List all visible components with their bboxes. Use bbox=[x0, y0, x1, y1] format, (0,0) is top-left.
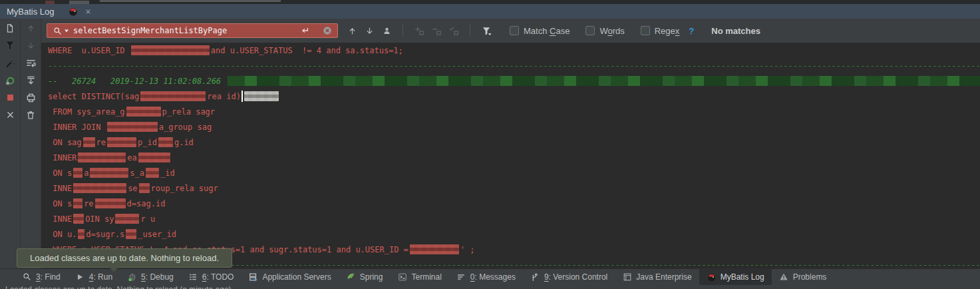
toolbar-separator bbox=[470, 25, 470, 37]
option-regex[interactable]: Regex bbox=[641, 26, 680, 36]
tool-window-bar: 3: Find4: Run5: Debug6: TODOApplication … bbox=[0, 268, 980, 284]
format-icon[interactable] bbox=[5, 57, 15, 68]
redacted-block bbox=[78, 229, 84, 239]
left-toolbar-primary bbox=[0, 19, 21, 268]
redacted-block bbox=[73, 168, 82, 178]
statusbar-item-label: Spring bbox=[360, 272, 383, 282]
close-tab-icon[interactable] bbox=[84, 8, 90, 14]
search-options: Match CaseWordsRegex bbox=[510, 26, 679, 36]
stop-icon[interactable] bbox=[5, 92, 15, 103]
previous-occurrence-icon[interactable] bbox=[346, 25, 358, 37]
log-line: INNEseroup_rela sugr bbox=[41, 180, 980, 196]
redacted-block bbox=[131, 45, 210, 55]
print-icon[interactable] bbox=[25, 92, 36, 103]
play-icon bbox=[75, 272, 85, 282]
help-icon[interactable]: ? bbox=[689, 26, 694, 36]
statusbar-item-label: Problems bbox=[793, 272, 827, 282]
filter-search-results-icon[interactable] bbox=[480, 25, 492, 37]
statusbar-item-0-messages[interactable]: 0: Messages bbox=[449, 269, 523, 285]
log-line: INNERea bbox=[41, 150, 980, 165]
add-occurrence-icon bbox=[413, 25, 425, 37]
statusbar-item-5-debug[interactable]: 5: Debug bbox=[120, 269, 181, 285]
down-stack-trace-icon bbox=[25, 40, 36, 51]
scroll-to-end-icon[interactable] bbox=[25, 75, 36, 85]
statusbar-item-9-version-control[interactable]: 9: Version Control bbox=[523, 269, 615, 285]
redacted-block bbox=[146, 168, 159, 178]
log-line: ON sas_a_id bbox=[41, 165, 980, 180]
redacted-band bbox=[228, 76, 980, 86]
statusbar-item-application-servers[interactable]: Application Servers bbox=[241, 269, 338, 285]
mybatis-icon[interactable] bbox=[68, 6, 79, 17]
log-line: ON u.d=sugr.s_user_id bbox=[41, 226, 980, 242]
log-text: roup_rela sugr bbox=[151, 184, 218, 193]
statusbar-item-label: 0: Messages bbox=[470, 272, 516, 282]
redacted-block bbox=[95, 198, 126, 208]
horizontal-scrollbar[interactable] bbox=[100, 0, 281, 2]
chevron-down-icon[interactable] bbox=[64, 25, 69, 37]
log-text: INNER JOIN bbox=[48, 123, 106, 132]
statusbar-item-mybatis-log[interactable]: MyBatis Log bbox=[699, 269, 772, 285]
statusbar-item-label: MyBatis Log bbox=[721, 272, 764, 282]
log-text: ea bbox=[127, 153, 136, 162]
redacted-block bbox=[410, 244, 459, 254]
tool-window-header: MyBatis Log bbox=[0, 4, 980, 19]
select-all-occurrences-icon bbox=[448, 25, 460, 37]
redacted-block bbox=[138, 152, 170, 162]
redacted-block bbox=[73, 198, 82, 208]
log-text: OIN sy bbox=[85, 214, 114, 224]
statusbar-item-label: 9: Version Control bbox=[544, 272, 607, 282]
log-output[interactable]: WHERE u.USER_ID and u.USER_STATUS != 4 a… bbox=[41, 43, 980, 268]
document-icon[interactable] bbox=[5, 23, 15, 33]
log-line: ON sred=sag.id bbox=[41, 196, 980, 211]
checkbox-match-case[interactable] bbox=[510, 26, 519, 35]
option-words[interactable]: Words bbox=[585, 26, 624, 36]
statusbar-item-label: Application Servers bbox=[262, 272, 331, 282]
close-icon[interactable] bbox=[5, 109, 15, 120]
option-label: Regex bbox=[655, 26, 680, 36]
redacted-block bbox=[126, 229, 136, 239]
soft-wrap-icon[interactable] bbox=[25, 57, 36, 68]
statusbar-item-spring[interactable]: Spring bbox=[339, 269, 391, 285]
messages-icon bbox=[456, 272, 466, 282]
mybatis-icon bbox=[707, 272, 717, 282]
statusbar-item-java-enterprise[interactable]: Java Enterprise bbox=[615, 269, 699, 285]
rerun-icon[interactable] bbox=[5, 75, 15, 85]
up-stack-trace-icon bbox=[25, 23, 36, 33]
option-label: Words bbox=[599, 26, 624, 36]
remove-occurrence-icon bbox=[430, 25, 442, 37]
clear-all-icon[interactable] bbox=[25, 109, 36, 120]
redacted-block bbox=[126, 107, 161, 117]
search-input[interactable]: selectBestSignMerchantListByPage bbox=[47, 23, 338, 38]
option-label: Match Case bbox=[524, 26, 570, 36]
option-match-case[interactable]: Match Case bbox=[510, 26, 570, 36]
filter-icon[interactable] bbox=[5, 40, 15, 51]
statusbar-item-terminal[interactable]: Terminal bbox=[390, 269, 448, 285]
search-icon bbox=[51, 25, 63, 37]
checkbox-words[interactable] bbox=[585, 26, 595, 35]
log-text: select DISTINCT(sag bbox=[48, 92, 139, 101]
log-line: INNEOIN syr u bbox=[41, 211, 980, 226]
redacted-block bbox=[107, 137, 136, 147]
log-text: p_rela sagr bbox=[162, 107, 215, 117]
checkbox-regex[interactable] bbox=[641, 26, 650, 35]
statusbar-item-3-find[interactable]: 3: Find bbox=[15, 269, 68, 285]
log-text: INNE bbox=[48, 214, 72, 224]
redacted-block bbox=[83, 137, 95, 147]
log-line: ----------------------------------------… bbox=[41, 58, 980, 73]
search-controls bbox=[346, 25, 492, 37]
log-text: _user_id bbox=[138, 230, 176, 239]
search-history-icon[interactable] bbox=[381, 25, 393, 37]
log-text: s_a bbox=[130, 168, 144, 178]
next-occurrence-icon[interactable] bbox=[363, 25, 375, 37]
status-message-text: Loaded classes are up to date. Nothing t… bbox=[5, 285, 232, 289]
reload-tooltip: Loaded classes are up to date. Nothing t… bbox=[17, 248, 232, 268]
redacted-block bbox=[73, 214, 84, 224]
mybatis-log-tool-window: MyBatis Log selectBestSignMerchantListBy… bbox=[0, 0, 980, 289]
redacted-block bbox=[139, 183, 150, 193]
status-message-clipped: Loaded classes are up to date. Nothing t… bbox=[0, 284, 980, 289]
clear-search-icon[interactable] bbox=[321, 25, 333, 37]
statusbar-item-6-todo[interactable]: 6: TODO bbox=[181, 269, 242, 285]
statusbar-item-problems[interactable]: Problems bbox=[772, 269, 834, 285]
log-text: and u.USER_STATUS != 4 and sa.status=1; bbox=[211, 46, 403, 55]
statusbar-item-label: Java Enterprise bbox=[636, 272, 691, 282]
